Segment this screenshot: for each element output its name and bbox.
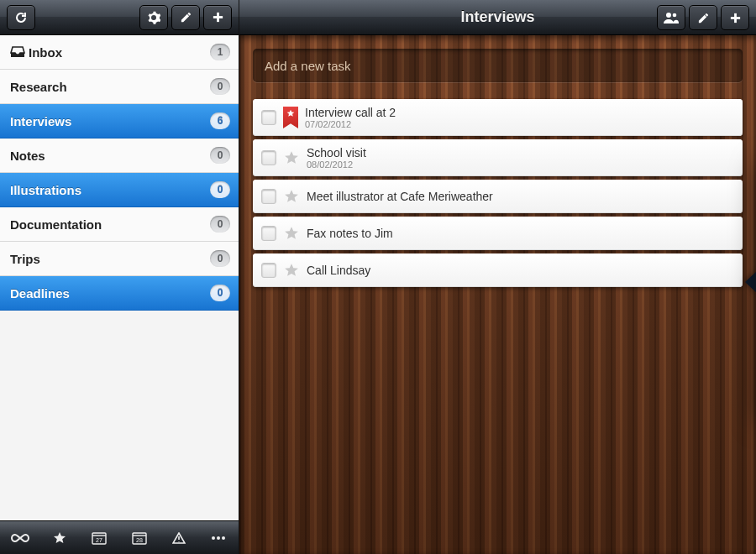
compose-button[interactable]: [689, 5, 717, 30]
star-icon: [286, 109, 295, 118]
star-icon: [284, 189, 299, 204]
infinity-button[interactable]: [4, 525, 36, 551]
task-checkbox[interactable]: [261, 226, 276, 241]
star-icon: [53, 531, 66, 545]
sidebar-item-count: 0: [210, 181, 230, 198]
tomorrow-button[interactable]: 28: [123, 525, 155, 551]
today-button[interactable]: 27: [83, 525, 115, 551]
sidebar-toolbar: [0, 0, 239, 35]
task-checkbox[interactable]: [261, 110, 276, 125]
svg-point-7: [217, 536, 220, 540]
sidebar-item-label: Deadlines: [8, 286, 210, 301]
task-title: Meet illustrator at Cafe Meriweather: [307, 190, 493, 203]
task-checkbox[interactable]: [261, 150, 276, 165]
new-task-input[interactable]: [265, 59, 731, 73]
sidebar-item-label: Trips: [8, 252, 210, 266]
task-list: Interview call at 207/02/2012School visi…: [253, 99, 743, 287]
sidebar-bottom-bar: 27 28: [0, 520, 239, 554]
task-checkbox[interactable]: [261, 263, 276, 278]
sidebar-item-label: Notes: [8, 149, 210, 163]
task-board: Interview call at 207/02/2012School visi…: [239, 35, 756, 554]
pencil-icon: [697, 12, 710, 24]
calendar-27-icon: 27: [92, 531, 107, 545]
edit-button[interactable]: [171, 5, 200, 30]
task-date: 07/02/2012: [305, 119, 396, 129]
svg-point-10: [673, 13, 677, 18]
star-icon: [284, 150, 299, 165]
sidebar-item-label: Illustrations: [8, 183, 210, 197]
starred-button[interactable]: [44, 525, 76, 551]
sidebar-item-count: 0: [210, 78, 230, 95]
sidebar-item[interactable]: Illustrations0: [0, 173, 239, 207]
sidebar-lists: Inbox1Research0Interviews6Notes0Illustra…: [0, 35, 239, 520]
sidebar-item[interactable]: Trips0: [0, 242, 239, 276]
task-date: 08/02/2012: [307, 159, 366, 170]
sidebar-item[interactable]: Notes0: [0, 138, 239, 173]
sidebar-item-label: Interviews: [8, 114, 210, 128]
task-title: Interview call at 2: [305, 106, 396, 119]
popover-arrow: [745, 270, 756, 294]
star-toggle[interactable]: [283, 263, 300, 278]
ellipsis-icon: [211, 536, 226, 541]
plus-icon: [729, 12, 742, 24]
task-title: Fax notes to Jim: [307, 227, 393, 240]
sidebar-item-label: Research: [8, 80, 210, 94]
warning-icon: [172, 532, 186, 544]
task-row[interactable]: School visit08/02/2012: [253, 139, 743, 176]
page-title: Interviews: [460, 8, 534, 26]
calendar-28-icon: 28: [132, 531, 147, 545]
star-toggle[interactable]: [283, 150, 300, 165]
svg-point-8: [222, 536, 225, 540]
svg-point-6: [212, 536, 215, 540]
sidebar-item-count: 0: [210, 216, 230, 233]
new-task-field[interactable]: [253, 49, 743, 82]
sidebar-item-count: 0: [210, 250, 230, 267]
refresh-icon: [14, 11, 28, 24]
svg-point-9: [666, 13, 671, 18]
sidebar-item[interactable]: Interviews6: [0, 104, 239, 138]
sidebar-item-count: 1: [210, 44, 230, 60]
svg-rect-12: [730, 17, 739, 19]
sidebar-item-label: Documentation: [8, 217, 210, 232]
sidebar-item-count: 0: [210, 285, 230, 301]
svg-text:27: 27: [96, 537, 102, 543]
overdue-button[interactable]: [163, 525, 195, 551]
sidebar-item[interactable]: Deadlines0: [0, 276, 239, 311]
gear-icon: [147, 11, 160, 24]
task-row[interactable]: Call Lindsay: [253, 253, 743, 287]
star-toggle[interactable]: [283, 189, 300, 204]
sidebar-item[interactable]: Documentation0: [0, 207, 239, 242]
infinity-icon: [11, 533, 29, 543]
inbox-icon: [10, 46, 25, 58]
star-toggle[interactable]: [283, 226, 300, 241]
more-button[interactable]: [202, 525, 234, 551]
svg-text:28: 28: [136, 537, 143, 543]
svg-rect-1: [213, 16, 222, 18]
task-title: School visit: [307, 146, 366, 159]
plus-icon: [212, 11, 224, 24]
refresh-button[interactable]: [7, 5, 35, 30]
sidebar-item[interactable]: Inbox1: [0, 35, 239, 70]
star-icon: [284, 226, 299, 241]
people-icon: [664, 12, 679, 24]
star-icon: [284, 263, 299, 278]
task-row[interactable]: Interview call at 207/02/2012: [253, 99, 743, 136]
main-pane: Interviews Interview call at 207/02/2012…: [239, 0, 756, 554]
settings-button[interactable]: [139, 5, 168, 30]
share-button[interactable]: [657, 5, 685, 30]
sidebar-item-count: 6: [210, 112, 230, 129]
main-toolbar: Interviews: [239, 0, 756, 35]
pencil-icon: [180, 11, 192, 24]
task-checkbox[interactable]: [261, 189, 276, 204]
add-task-button[interactable]: [721, 5, 749, 30]
starred-ribbon[interactable]: [283, 107, 298, 128]
task-row[interactable]: Meet illustrator at Cafe Meriweather: [253, 180, 743, 213]
sidebar-item-count: 0: [210, 147, 230, 164]
task-row[interactable]: Fax notes to Jim: [253, 217, 743, 250]
task-title: Call Lindsay: [307, 264, 370, 277]
add-list-button[interactable]: [203, 5, 232, 30]
sidebar-item[interactable]: Research0: [0, 70, 239, 104]
sidebar: Inbox1Research0Interviews6Notes0Illustra…: [0, 0, 239, 554]
sidebar-item-label: Inbox: [27, 45, 210, 60]
